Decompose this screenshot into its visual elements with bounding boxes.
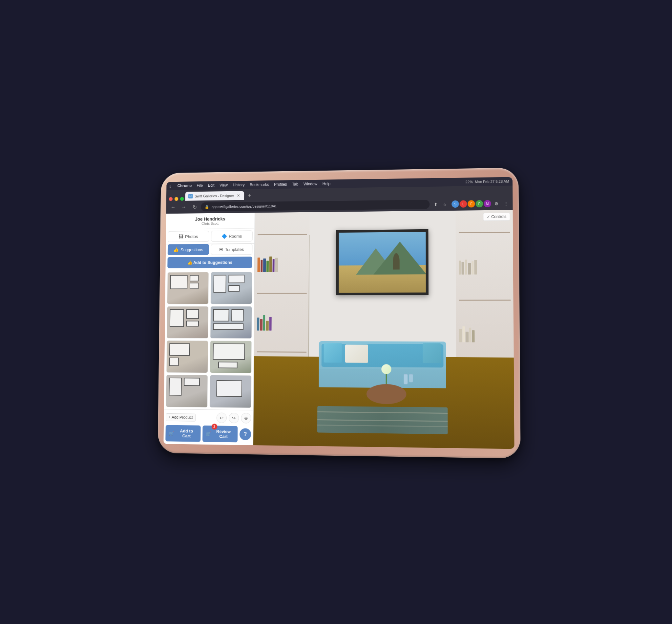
menu-help[interactable]: Help xyxy=(322,181,330,186)
gallery-item[interactable] xyxy=(167,306,208,339)
ext-icon-1[interactable]: S xyxy=(451,201,459,208)
maximize-window-btn[interactable] xyxy=(180,197,184,201)
art-inner xyxy=(339,232,426,293)
gallery-grid xyxy=(164,270,254,410)
frame-4b xyxy=(231,309,243,321)
zoom-button[interactable]: ⊕ xyxy=(241,413,251,423)
cart-icon: 🛒 xyxy=(169,431,174,436)
gallery-preview xyxy=(211,272,252,304)
tab-photos[interactable]: 🖼 Photos xyxy=(168,231,209,242)
frame-1b xyxy=(190,275,199,282)
ext-icon-5[interactable]: M xyxy=(484,200,491,207)
gallery-item[interactable] xyxy=(210,341,252,373)
review-cart-button[interactable]: 2 🛒 Review Cart xyxy=(203,425,238,442)
main-content: ✓ Controls xyxy=(253,210,515,449)
bottom-bar: + Add Product ↩ ↪ ⊕ 🛒 Add to Cart xyxy=(163,409,253,445)
tab-close-btn[interactable]: ✕ xyxy=(236,193,241,198)
gallery-preview xyxy=(210,341,251,373)
rug xyxy=(317,406,447,434)
menu-history[interactable]: History xyxy=(233,183,244,187)
new-tab-button[interactable]: + xyxy=(245,191,254,200)
bottom-actions: + Add Product ↩ ↪ ⊕ xyxy=(166,412,251,423)
user-info: Joe Hendricks Chris Scott xyxy=(166,213,255,229)
suggestions-icon: 👍 xyxy=(173,247,179,252)
battery-status: 22% xyxy=(466,180,473,184)
frame-5a xyxy=(169,343,190,356)
ext-icon-4[interactable]: P xyxy=(476,200,483,207)
menu-window[interactable]: Window xyxy=(304,182,317,186)
redo-button[interactable]: ↪ xyxy=(229,413,239,423)
browser-tab-active[interactable]: SG Swift Galleries - Designer ✕ xyxy=(185,191,244,201)
gallery-preview xyxy=(166,375,207,408)
gallery-preview xyxy=(167,306,208,339)
gallery-item[interactable] xyxy=(209,375,252,408)
browser-chrome: SG Swift Galleries - Designer ✕ + ← → ↻ … xyxy=(166,186,513,214)
room-background: ✓ Controls xyxy=(253,210,515,449)
undo-button[interactable]: ↩ xyxy=(216,413,227,423)
menu-chrome[interactable]: Chrome xyxy=(178,183,192,188)
frame-2a xyxy=(213,275,226,293)
add-to-suggestions-button[interactable]: 👍 Add to Suggestions xyxy=(167,257,252,268)
frame-4c xyxy=(213,323,243,330)
extensions-icon[interactable]: ⚙ xyxy=(492,200,501,207)
close-window-btn[interactable] xyxy=(169,197,173,201)
add-to-cart-button[interactable]: 🛒 Add to Cart xyxy=(165,425,201,442)
frame-3b xyxy=(186,309,199,319)
menu-file[interactable]: File xyxy=(197,183,203,188)
help-button[interactable]: ? xyxy=(239,428,251,440)
ipad-frame:  Chrome File Edit View History Bookmark… xyxy=(158,167,521,459)
menu-tab[interactable]: Tab xyxy=(292,182,298,187)
frame-6b xyxy=(218,362,237,368)
gallery-item[interactable] xyxy=(166,340,208,373)
share-icon[interactable]: ⬆ xyxy=(432,200,439,208)
mac-status-bar: 22% Mon Feb 27 5:28 AM xyxy=(466,179,509,184)
ext-icon-3[interactable]: F xyxy=(468,200,475,207)
review-cart-badge: 2 xyxy=(211,423,217,430)
ipad-screen:  Chrome File Edit View History Bookmark… xyxy=(163,177,514,449)
frame-3c xyxy=(186,321,199,327)
bookmark-icon[interactable]: ☆ xyxy=(441,200,449,208)
gallery-item[interactable] xyxy=(210,306,252,339)
gallery-preview xyxy=(167,272,208,304)
frame-4a xyxy=(213,309,229,321)
gallery-item[interactable] xyxy=(167,272,209,304)
frame-8a xyxy=(216,380,242,397)
more-icon[interactable]: ⋮ xyxy=(502,200,510,207)
url-text: app.swiftgalleries.com/ips/designer/1104… xyxy=(212,204,277,209)
menu-edit[interactable]: Edit xyxy=(208,183,214,188)
frame-7b xyxy=(184,378,200,386)
photos-icon: 🖼 xyxy=(179,234,183,239)
frame-1c xyxy=(190,283,199,289)
menu-view[interactable]: View xyxy=(219,183,228,188)
frame-1a xyxy=(170,275,187,289)
user-subtitle: Chris Scott xyxy=(169,221,251,226)
gallery-preview xyxy=(210,306,252,339)
tab-favicon: SG xyxy=(188,194,193,199)
forward-button[interactable]: → xyxy=(180,203,188,212)
frame-2c xyxy=(228,285,239,292)
address-bar[interactable]: 🔒 app.swiftgalleries.com/ips/designer/11… xyxy=(201,200,430,212)
back-button[interactable]: ← xyxy=(169,203,178,212)
controls-button[interactable]: ✓ Controls xyxy=(483,213,510,221)
tab-templates[interactable]: ⊞ Templates xyxy=(211,244,252,255)
refresh-button[interactable]: ↻ xyxy=(190,202,199,212)
extension-icons: S L F P M xyxy=(451,200,491,208)
gallery-item[interactable] xyxy=(166,375,208,408)
add-product-button[interactable]: + Add Product xyxy=(166,413,196,422)
tab-rooms[interactable]: 🔷 Rooms xyxy=(211,230,253,241)
zoom-icon: ⊕ xyxy=(244,415,248,421)
minimize-window-btn[interactable] xyxy=(175,197,179,201)
tab-suggestions[interactable]: 👍 Suggestions xyxy=(168,244,209,255)
ext-icon-2[interactable]: L xyxy=(460,201,467,208)
apple-icon:  xyxy=(170,184,171,189)
gallery-item[interactable] xyxy=(210,271,252,304)
templates-icon: ⊞ xyxy=(219,247,223,252)
menu-profiles[interactable]: Profiles xyxy=(274,182,287,187)
tab-title: Swift Galleries - Designer xyxy=(195,194,234,198)
art-frame[interactable] xyxy=(336,229,429,295)
browser-icons-right: ⬆ ☆ S L F P M ⚙ ⋮ xyxy=(432,200,510,208)
menu-bookmarks[interactable]: Bookmarks xyxy=(250,182,269,187)
lock-icon: 🔒 xyxy=(205,205,209,209)
sidebar: Joe Hendricks Chris Scott 🖼 Photos 🔷 Roo… xyxy=(163,213,255,445)
frame-3a xyxy=(170,309,184,327)
